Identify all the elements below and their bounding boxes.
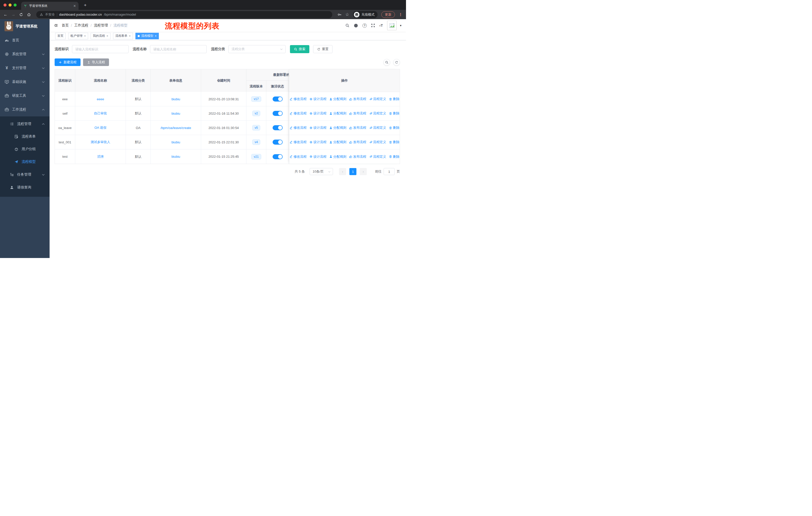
zoom-window-button[interactable] xyxy=(13,3,17,6)
design-process-link[interactable]: 设计流程 xyxy=(309,97,326,101)
delete-link[interactable]: 删除 xyxy=(389,126,400,130)
close-icon[interactable]: × xyxy=(84,34,86,38)
font-size-icon[interactable]: TT xyxy=(379,23,383,27)
close-icon[interactable]: × xyxy=(129,34,130,38)
edit-process-link[interactable]: 修改流程 xyxy=(289,155,307,159)
page-size-select[interactable]: 10条/页 xyxy=(310,168,333,175)
browser-tab[interactable]: 芋道管理系统 ✕ xyxy=(21,2,79,10)
close-icon[interactable]: × xyxy=(107,34,108,38)
tag-process-model-active[interactable]: 流程模型 × xyxy=(136,33,159,39)
publish-process-link[interactable]: 发布流程 xyxy=(349,155,366,159)
search-icon[interactable] xyxy=(345,23,349,27)
minimize-window-button[interactable] xyxy=(8,3,11,6)
design-process-link[interactable]: 设计流程 xyxy=(309,140,326,144)
current-page-button[interactable]: 1 xyxy=(349,168,356,175)
tab-close-icon[interactable]: ✕ xyxy=(73,4,76,8)
process-definition-link[interactable]: 流程定义 xyxy=(369,155,386,159)
process-name-link[interactable]: 测试多审批人 xyxy=(91,140,110,144)
assign-rule-link[interactable]: 分配规则 xyxy=(329,111,346,116)
delete-link[interactable]: 删除 xyxy=(389,155,400,159)
delete-link[interactable]: 删除 xyxy=(389,140,400,144)
sidebar-item-user-group[interactable]: 用户分组 xyxy=(0,143,50,156)
close-window-button[interactable] xyxy=(3,3,6,6)
sidebar-fold-icon[interactable] xyxy=(54,23,58,27)
active-toggle[interactable] xyxy=(272,97,283,102)
process-name-link[interactable]: eeee xyxy=(97,97,104,101)
sidebar-item-devtools[interactable]: 研发工具 xyxy=(0,89,50,103)
assign-rule-link[interactable]: 分配规则 xyxy=(329,140,346,144)
edit-process-link[interactable]: 修改流程 xyxy=(289,97,307,101)
next-page-button[interactable]: › xyxy=(360,168,367,175)
fullscreen-icon[interactable] xyxy=(371,23,375,27)
browser-menu-icon[interactable]: ⋮ xyxy=(399,12,403,17)
process-name-link[interactable]: OA 请假 xyxy=(94,126,107,130)
design-process-link[interactable]: 设计流程 xyxy=(309,111,326,116)
breadcrumb-process-manage[interactable]: 流程管理 xyxy=(94,23,108,28)
process-category-select[interactable]: 流程分类 xyxy=(228,45,286,53)
reset-button[interactable]: 重置 xyxy=(313,45,332,53)
tag-process-form[interactable]: 流程表单 × xyxy=(113,33,133,39)
tag-home[interactable]: 首页 xyxy=(55,33,66,39)
goto-page-input[interactable] xyxy=(384,168,395,175)
design-process-link[interactable]: 设计流程 xyxy=(309,126,326,130)
tag-my-process[interactable]: 我的流程 × xyxy=(91,33,111,39)
process-name-input[interactable] xyxy=(150,45,207,53)
browser-update-button[interactable]: 更新 xyxy=(381,11,395,18)
publish-process-link[interactable]: 发布流程 xyxy=(349,111,366,116)
process-name-link[interactable]: 滔博 xyxy=(97,155,104,159)
help-icon[interactable]: ? xyxy=(362,23,367,28)
process-definition-link[interactable]: 流程定义 xyxy=(369,97,386,101)
delete-link[interactable]: 删除 xyxy=(389,97,400,101)
new-tab-button[interactable]: ＋ xyxy=(83,2,87,8)
refresh-table-button[interactable] xyxy=(393,59,400,66)
process-definition-link[interactable]: 流程定义 xyxy=(369,126,386,130)
form-info-link[interactable]: biubiu xyxy=(171,112,180,115)
sidebar-item-leave-query[interactable]: 请假查询 xyxy=(0,181,50,194)
sidebar-item-home[interactable]: 首页 xyxy=(0,33,50,47)
assign-rule-link[interactable]: 分配规则 xyxy=(329,155,346,159)
edit-process-link[interactable]: 修改流程 xyxy=(289,140,307,144)
active-toggle[interactable] xyxy=(272,111,283,116)
form-info-link[interactable]: biubiu xyxy=(171,140,180,144)
delete-link[interactable]: 删除 xyxy=(389,111,400,116)
breadcrumb-workflow[interactable]: 工作流程 xyxy=(74,23,88,28)
edit-process-link[interactable]: 修改流程 xyxy=(289,111,307,116)
form-info-link[interactable]: /bpm/oa/leave/create xyxy=(161,126,191,130)
back-icon[interactable]: ← xyxy=(3,12,7,17)
forward-icon[interactable]: → xyxy=(11,12,16,17)
sidebar-item-payment[interactable]: ¥ 支付管理 xyxy=(0,61,50,75)
active-toggle[interactable] xyxy=(272,154,283,159)
import-process-button[interactable]: 导入流程 xyxy=(83,58,109,66)
bookmark-star-icon[interactable]: ☆ xyxy=(345,12,349,17)
prev-page-button[interactable]: ‹ xyxy=(339,168,346,175)
sidebar-item-process-manage[interactable]: 流程管理 xyxy=(0,117,50,130)
form-info-link[interactable]: biubiu xyxy=(171,155,180,159)
sidebar-item-process-model[interactable]: 流程模型 xyxy=(0,156,50,168)
close-icon[interactable]: × xyxy=(155,34,156,38)
process-name-link[interactable]: 自己审批 xyxy=(94,111,107,116)
sidebar-item-workflow[interactable]: 工作流程 xyxy=(0,103,50,116)
search-button[interactable]: 搜索 xyxy=(290,45,309,53)
publish-process-link[interactable]: 发布流程 xyxy=(349,140,366,144)
sidebar-item-task-manage[interactable]: 任务管理 xyxy=(0,168,50,181)
github-icon[interactable] xyxy=(354,23,358,28)
publish-process-link[interactable]: 发布流程 xyxy=(349,97,366,101)
avatar[interactable] xyxy=(387,21,397,30)
sidebar-item-process-form[interactable]: 流程表单 xyxy=(0,130,50,143)
avatar-caret-icon[interactable]: ▼ xyxy=(400,24,402,27)
assign-rule-link[interactable]: 分配规则 xyxy=(329,97,346,101)
form-info-link[interactable]: biubiu xyxy=(171,97,180,101)
sidebar-item-system[interactable]: 系统管理 xyxy=(0,47,50,61)
tag-tenant[interactable]: 租户管理 × xyxy=(68,33,88,39)
assign-rule-link[interactable]: 分配规则 xyxy=(329,126,346,130)
reload-icon[interactable] xyxy=(19,12,23,17)
process-definition-link[interactable]: 流程定义 xyxy=(369,111,386,116)
home-icon[interactable] xyxy=(27,12,31,17)
process-id-input[interactable] xyxy=(72,45,128,53)
active-toggle[interactable] xyxy=(272,125,283,130)
breadcrumb-home[interactable]: 首页 xyxy=(62,23,69,28)
password-key-icon[interactable] xyxy=(338,12,342,17)
address-bar[interactable]: 不安全 dashboard.yudao.iocoder.cn/bpm/manag… xyxy=(36,11,332,18)
not-secure-warning-icon[interactable] xyxy=(40,13,43,16)
design-process-link[interactable]: 设计流程 xyxy=(309,155,326,159)
